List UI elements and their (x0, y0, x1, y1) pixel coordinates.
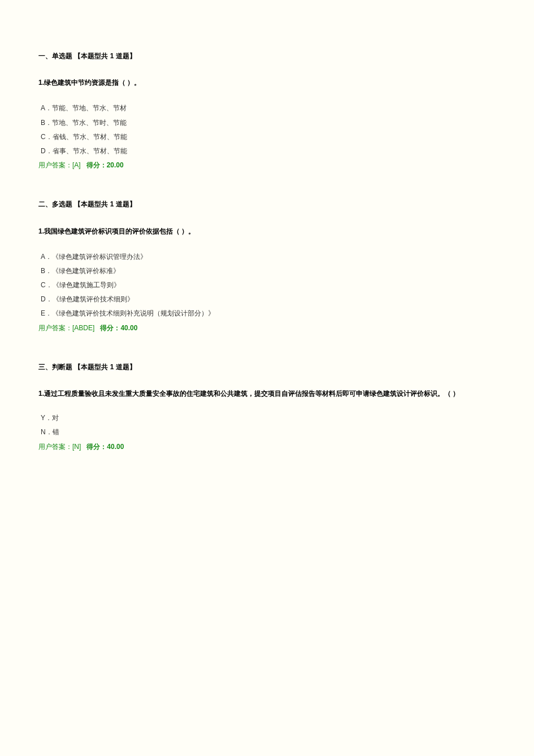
section-header-1: 一、单选题 【本题型共 1 道题】 (38, 51, 496, 62)
score-label-3: 得分： (86, 443, 107, 451)
question-text-2: 1.我国绿色建筑评价标识项目的评价依据包括（ ）。 (38, 226, 496, 237)
score-value-3: 40.00 (107, 443, 124, 451)
score-label-2: 得分： (100, 324, 120, 332)
option-2-a: A．《绿色建筑评价标识管理办法》 (38, 252, 496, 262)
option-3-n: N．错 (38, 427, 496, 438)
question-text-1: 1.绿色建筑中节约资源是指（ ）。 (38, 77, 496, 88)
answer-value-2: [ABDE] (72, 324, 94, 332)
score-value-1: 20.00 (107, 161, 124, 169)
section-header-3: 三、判断题 【本题型共 1 道题】 (38, 362, 496, 373)
option-2-e: E．《绿色建筑评价技术细则补充说明（规划设计部分）》 (38, 308, 496, 319)
option-1-b: B．节地、节水、节时、节能 (38, 118, 496, 128)
option-2-b: B．《绿色建筑评价标准》 (38, 266, 496, 277)
score-label-1: 得分： (86, 161, 107, 169)
answer-label-3: 用户答案： (38, 443, 72, 451)
option-1-c: C．省钱、节水、节材、节能 (38, 132, 496, 142)
option-2-d: D．《绿色建筑评价技术细则》 (38, 294, 496, 305)
answer-line-2: 用户答案：[ABDE] 得分：40.00 (38, 323, 496, 334)
answer-line-1: 用户答案：[A] 得分：20.00 (38, 160, 496, 171)
answer-label-2: 用户答案： (38, 324, 72, 332)
option-1-a: A．节能、节地、节水、节材 (38, 103, 496, 114)
answer-value-1: [A] (72, 161, 81, 169)
option-3-y: Y．对 (38, 413, 496, 424)
section-header-2: 二、多选题 【本题型共 1 道题】 (38, 199, 496, 210)
score-value-2: 40.00 (120, 324, 137, 332)
answer-value-3: [N] (72, 443, 81, 451)
answer-line-3: 用户答案：[N] 得分：40.00 (38, 442, 496, 452)
question-text-3: 1.通过工程质量验收且未发生重大质量安全事故的住宅建筑和公共建筑，提交项目自评估… (38, 388, 496, 399)
answer-label-1: 用户答案： (38, 161, 72, 169)
option-2-c: C．《绿色建筑施工导则》 (38, 280, 496, 291)
option-1-d: D．省事、节水、节材、节能 (38, 146, 496, 157)
